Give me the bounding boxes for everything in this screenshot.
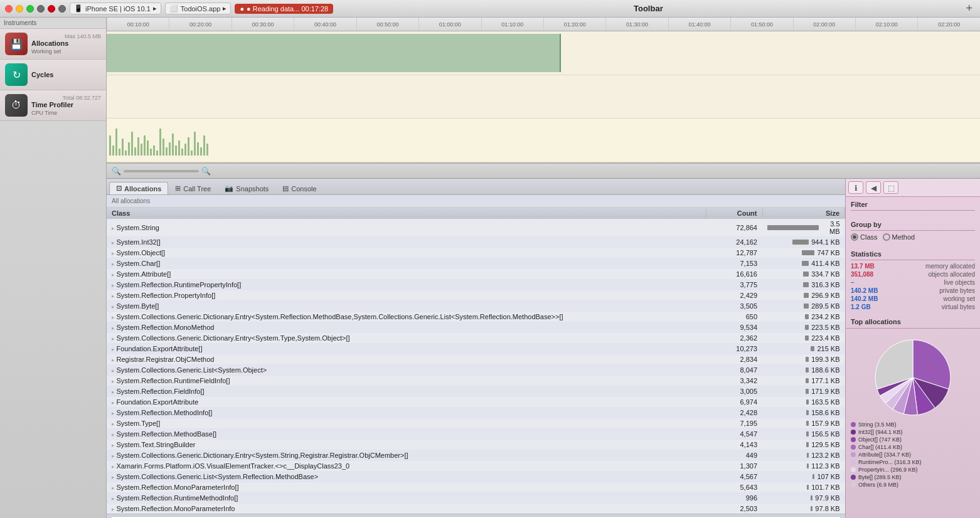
count-column-header[interactable]: Count — [706, 208, 762, 219]
pie-legend-item: Byte[] (289.5 KB) — [851, 474, 975, 480]
app-selector[interactable]: ⬜ TodoiOS.app ▸ — [165, 3, 232, 14]
row-expand-arrow[interactable]: ▸ — [112, 250, 117, 256]
row-expand-arrow[interactable]: ▸ — [112, 431, 117, 438]
table-row[interactable]: ▸ Foundation.ExportAttribute[]10,273215 … — [107, 344, 845, 354]
row-expand-arrow[interactable]: ▸ — [112, 367, 117, 374]
row-expand-arrow[interactable]: ▸ — [112, 378, 117, 384]
class-radio[interactable] — [851, 233, 858, 241]
close-button[interactable] — [5, 5, 13, 13]
stop-button[interactable] — [37, 5, 45, 13]
time-profiler-track[interactable] — [107, 119, 980, 162]
zoom-slider[interactable] — [124, 170, 199, 172]
table-row[interactable]: ▸ Xamarin.Forms.Platform.iOS.VisualEleme… — [107, 461, 845, 472]
zoom-out-icon[interactable]: 🔍 — [112, 167, 121, 176]
table-row[interactable]: ▸ System.Char[]7,153411.4 KB — [107, 258, 845, 269]
group-by-class[interactable]: Class — [851, 233, 878, 241]
row-expand-arrow[interactable]: ▸ — [112, 293, 117, 299]
table-row[interactable]: ▸ Foundation.ExportAttribute6,974163.5 K… — [107, 397, 845, 408]
ruler-mark: 01:00:00 — [418, 18, 481, 31]
track-area[interactable] — [107, 31, 980, 163]
table-row[interactable]: ▸ System.Reflection.RuntimePropertyInfo[… — [107, 280, 845, 290]
instrument-item-allocations[interactable]: 💾 Max 140.5 MB Allocations Working set — [0, 29, 106, 60]
inspector-view-button[interactable]: ⬚ — [883, 181, 898, 194]
table-row[interactable]: ▸ System.String72,8643.5 MB — [107, 219, 845, 237]
row-expand-arrow[interactable]: ▸ — [112, 474, 117, 480]
row-expand-arrow[interactable]: ▸ — [112, 272, 117, 278]
table-row[interactable]: ▸ System.Object[]12,787747 KB — [107, 248, 845, 258]
cpu-spikes — [107, 122, 980, 156]
row-expand-arrow[interactable]: ▸ — [112, 421, 117, 427]
row-expand-arrow[interactable]: ▸ — [112, 225, 117, 231]
inspector-info-button[interactable]: ℹ — [848, 181, 863, 194]
table-row[interactable]: ▸ System.Reflection.FieldInfo[]3,005171.… — [107, 386, 845, 397]
stats-row-private-bytes: 140.2 MBprivate bytes — [851, 287, 975, 294]
group-by-method[interactable]: Method — [883, 233, 915, 241]
row-expand-arrow[interactable]: ▸ — [112, 399, 117, 406]
record-button[interactable] — [48, 5, 55, 13]
cycles-track[interactable] — [107, 75, 980, 119]
row-expand-arrow[interactable]: ▸ — [112, 485, 117, 491]
tab-call-tree[interactable]: ⊞ Call Tree — [168, 182, 218, 194]
table-row[interactable]: ▸ System.Reflection.MonoParameterInfo[]5… — [107, 482, 845, 493]
add-instrument-button[interactable]: + — [963, 2, 975, 15]
row-expand-arrow[interactable]: ▸ — [112, 389, 117, 395]
instrument-item-cycles[interactable]: ↻ Cycles — [0, 60, 106, 90]
cycles-info: Cycles — [31, 71, 101, 78]
allocations-track[interactable] — [107, 31, 980, 75]
row-expand-arrow[interactable]: ▸ — [112, 282, 117, 288]
table-row[interactable]: ▸ System.Reflection.MonoMethod9,534223.5… — [107, 322, 845, 333]
class-column-header[interactable]: Class — [107, 208, 706, 219]
size-column-header[interactable]: Size — [762, 208, 845, 219]
row-expand-arrow[interactable]: ▸ — [112, 261, 117, 267]
size-value: 171.9 KB — [811, 388, 839, 395]
row-expand-arrow[interactable]: ▸ — [112, 240, 117, 246]
row-expand-arrow[interactable]: ▸ — [112, 304, 117, 310]
table-row[interactable]: ▸ System.Text.StringBuilder4,143129.5 KB — [107, 440, 845, 450]
table-row[interactable]: ▸ System.Reflection.MethodBase[]4,547156… — [107, 429, 845, 440]
table-row[interactable]: ▸ System.Byte[]3,505289.5 KB — [107, 301, 845, 312]
table-row[interactable]: ▸ System.Collections.Generic.Dictionary.… — [107, 450, 845, 461]
table-row[interactable]: ▸ System.Int32[]24,162944.1 KB — [107, 237, 845, 248]
row-expand-arrow[interactable]: ▸ — [112, 453, 117, 459]
table-row[interactable]: ▸ System.Reflection.RuntimeMethodInfo[]9… — [107, 493, 845, 504]
table-row[interactable]: ▸ System.Attribute[]16,616334.7 KB — [107, 269, 845, 280]
table-row[interactable]: ▸ System.Reflection.MonoParameterInfo2,5… — [107, 504, 845, 514]
row-expand-arrow[interactable]: ▸ — [112, 410, 117, 416]
table-row[interactable]: ▸ System.Reflection.PropertyInfo[]2,4292… — [107, 290, 845, 301]
minimize-button[interactable] — [16, 5, 23, 13]
tab-snapshots[interactable]: 📷 Snapshots — [218, 182, 275, 194]
row-expand-arrow[interactable]: ▸ — [112, 357, 117, 363]
table-row[interactable]: ▸ System.Reflection.MethodInfo[]2,428158… — [107, 408, 845, 418]
table-row[interactable]: ▸ Registrar.Registrar.ObjCMethod2,834199… — [107, 354, 845, 365]
row-expand-arrow[interactable]: ▸ — [112, 463, 117, 470]
class-cell: ▸ System.Reflection.MonoParameterInfo — [107, 504, 706, 514]
tab-allocations[interactable]: ⊡ Allocations — [109, 182, 168, 194]
row-expand-arrow[interactable]: ▸ — [112, 336, 117, 342]
camera-button[interactable] — [58, 5, 66, 13]
ruler-mark: 01:50:00 — [730, 18, 792, 31]
maximize-button[interactable] — [26, 5, 34, 13]
size-cell: 944.1 KB — [762, 237, 845, 248]
table-row[interactable]: ▸ System.Reflection.RuntimeFieldInfo[]3,… — [107, 376, 845, 386]
row-expand-arrow[interactable]: ▸ — [112, 314, 117, 320]
method-radio[interactable] — [883, 233, 890, 241]
table-row[interactable]: ▸ System.Collections.Generic.Dictionary.… — [107, 312, 845, 322]
instrument-item-time-profiler[interactable]: ⏱ Total 08:32.727 Time Profiler CPU Time — [0, 90, 106, 121]
table-row[interactable]: ▸ System.Collections.Generic.List<System… — [107, 365, 845, 376]
row-expand-arrow[interactable]: ▸ — [112, 346, 117, 352]
ruler-mark: 00:30:00 — [232, 18, 294, 31]
zoom-in-icon[interactable]: 🔍 — [201, 167, 211, 176]
allocations-table[interactable]: Class Count Size ▸ System.String72,8643.… — [107, 208, 845, 514]
table-row[interactable]: ▸ System.Type[]7,195157.9 KB — [107, 418, 845, 429]
size-bar — [811, 506, 812, 511]
inspector-back-button[interactable]: ◀ — [866, 181, 881, 194]
row-expand-arrow[interactable]: ▸ — [112, 506, 117, 512]
table-row[interactable]: ▸ System.Collections.Generic.Dictionary.… — [107, 333, 845, 344]
device-selector[interactable]: 📱 iPhone SE | iOS 10.1 ▸ — [70, 3, 161, 14]
recording-status[interactable]: ● ● Reading data... 00:17:28 — [235, 4, 333, 14]
row-expand-arrow[interactable]: ▸ — [112, 442, 117, 448]
row-expand-arrow[interactable]: ▸ — [112, 325, 117, 331]
tab-console[interactable]: ▤ Console — [275, 182, 323, 194]
row-expand-arrow[interactable]: ▸ — [112, 495, 117, 502]
table-row[interactable]: ▸ System.Collections.Generic.List<System… — [107, 472, 845, 482]
